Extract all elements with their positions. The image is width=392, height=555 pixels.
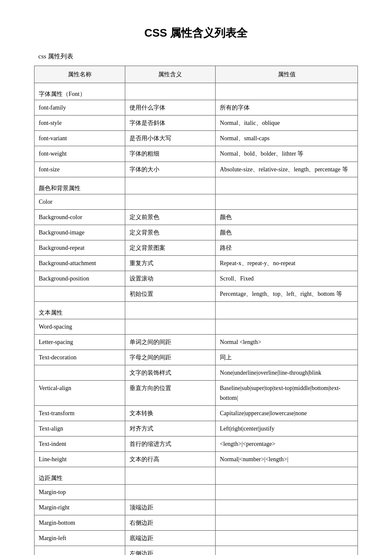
section-header-row: 字体属性（Font） [35, 83, 358, 100]
cell-property-meaning: 字体是否斜体 [125, 116, 216, 131]
cell-property-meaning: 文字的装饰样式 [125, 365, 216, 380]
cell-property-value: Repeat-x、repeat-y、no-repeat [216, 256, 358, 271]
cell-property-meaning: 定义前景色 [125, 209, 216, 225]
cell-property-name: Text-align [35, 421, 125, 436]
cell-property-value [216, 484, 358, 500]
cell-property-value: Baseline|sub|super|top|text-top|middle|b… [216, 380, 358, 405]
cell-property-value: Absolute-size、relative-size、length、perce… [216, 162, 358, 177]
table-row: font-style字体是否斜体Normal、italic、oblique [35, 116, 358, 131]
cell-property-value [216, 500, 358, 515]
header-meaning: 属性含义 [125, 66, 216, 83]
cell-property-name: font-weight [35, 146, 125, 162]
table-row: Margin-right顶端边距 [35, 500, 358, 515]
cell-property-meaning [125, 484, 216, 500]
cell-property-name: Line-height [35, 452, 125, 467]
cell-property-name [35, 546, 125, 555]
table-row: Color [35, 194, 358, 209]
section-label: 颜色和背景属性 [35, 177, 125, 194]
section-label-empty1 [125, 302, 216, 319]
table-row: Background-color定义前景色颜色 [35, 209, 358, 225]
cell-property-meaning: 文本的行高 [125, 452, 216, 467]
table-row: Background-repeat定义背景图案路径 [35, 240, 358, 256]
table-row: font-family使用什么字体所有的字体 [35, 100, 358, 116]
cell-property-value: Left|right|center|justify [216, 421, 358, 436]
table-row: Text-indent首行的缩进方式<length>|<percentage> [35, 436, 358, 452]
cell-property-meaning: 字体的大小 [125, 162, 216, 177]
section-header-row: 颜色和背景属性 [35, 177, 358, 194]
cell-property-value [216, 530, 358, 546]
cell-property-meaning: 使用什么字体 [125, 100, 216, 116]
cell-property-name: Background-position [35, 271, 125, 286]
cell-property-meaning: 字体的粗细 [125, 146, 216, 162]
table-row: Text-align对齐方式Left|right|center|justify [35, 421, 358, 436]
table-row: Word-spacing [35, 319, 358, 334]
cell-property-meaning: 文本转换 [125, 406, 216, 421]
cell-property-name [35, 286, 125, 302]
cell-property-value [216, 515, 358, 530]
cell-property-value [216, 194, 358, 209]
section-header-row: 边距属性 [35, 467, 358, 484]
cell-property-meaning: 顶端边距 [125, 500, 216, 515]
cell-property-name: Text-decoration [35, 350, 125, 365]
cell-property-value: Normal|<number>|<length>| [216, 452, 358, 467]
cell-property-meaning: 对齐方式 [125, 421, 216, 436]
cell-property-meaning [125, 194, 216, 209]
cell-property-name: Text-transform [35, 406, 125, 421]
cell-property-value: Normal <length> [216, 334, 358, 350]
cell-property-value: 所有的字体 [216, 100, 358, 116]
section-label-empty1 [125, 467, 216, 484]
cell-property-value: <length>|<percentage> [216, 436, 358, 452]
cell-property-meaning: 首行的缩进方式 [125, 436, 216, 452]
section-header-row: 文本属性 [35, 302, 358, 319]
section-label: 文本属性 [35, 302, 125, 319]
cell-property-meaning: 字母之间的间距 [125, 350, 216, 365]
section-label-empty1 [125, 83, 216, 100]
section-label-empty2 [216, 83, 358, 100]
cell-property-value: None|underline|overline|line-through|bli… [216, 365, 358, 380]
table-row: 左侧边距 [35, 546, 358, 555]
cell-property-meaning: 底端边距 [125, 530, 216, 546]
cell-property-name: Background-repeat [35, 240, 125, 256]
section-label: 边距属性 [35, 467, 125, 484]
cell-property-meaning: 左侧边距 [125, 546, 216, 555]
cell-property-meaning [125, 319, 216, 334]
table-row: Margin-left底端边距 [35, 530, 358, 546]
cell-property-meaning: 定义背景图案 [125, 240, 216, 256]
table-row: Background-image定义背景色颜色 [35, 225, 358, 240]
section-label-empty1 [125, 177, 216, 194]
table-row: Margin-top [35, 484, 358, 500]
cell-property-value: Scroll、Fixed [216, 271, 358, 286]
cell-property-value: Normal、italic、oblique [216, 116, 358, 131]
table-header-row: 属性名称 属性含义 属性值 [35, 66, 358, 83]
cell-property-name: Margin-top [35, 484, 125, 500]
header-name: 属性名称 [35, 66, 125, 83]
cell-property-name: Text-indent [35, 436, 125, 452]
cell-property-name: Background-attachment [35, 256, 125, 271]
cell-property-name: font-size [35, 162, 125, 177]
section-label-empty2 [216, 467, 358, 484]
cell-property-meaning: 初始位置 [125, 286, 216, 302]
section-label-empty2 [216, 177, 358, 194]
cell-property-value: Percentage、length、top、left、right、bottom … [216, 286, 358, 302]
css-properties-table: 属性名称 属性含义 属性值 字体属性（Font）font-family使用什么字… [34, 66, 358, 555]
cell-property-value: Normal、bold、bolder、lithter 等 [216, 146, 358, 162]
cell-property-meaning: 重复方式 [125, 256, 216, 271]
cell-property-value: 颜色 [216, 209, 358, 225]
table-row: 文字的装饰样式None|underline|overline|line-thro… [35, 365, 358, 380]
table-row: Text-decoration字母之间的间距同上 [35, 350, 358, 365]
cell-property-meaning: 是否用小体大写 [125, 131, 216, 146]
cell-property-value: Normal、small-caps [216, 131, 358, 146]
cell-property-name [35, 365, 125, 380]
cell-property-value [216, 319, 358, 334]
cell-property-value: 同上 [216, 350, 358, 365]
page-title: CSS 属性含义列表全 [34, 26, 358, 40]
cell-property-name: Background-color [35, 209, 125, 225]
cell-property-meaning: 设置滚动 [125, 271, 216, 286]
cell-property-name: Word-spacing [35, 319, 125, 334]
table-row: Vertical-align垂直方向的位置Baseline|sub|super|… [35, 380, 358, 405]
section-label-empty2 [216, 302, 358, 319]
cell-property-meaning: 垂直方向的位置 [125, 380, 216, 405]
cell-property-name: font-style [35, 116, 125, 131]
cell-property-value: Capitalize|uppercase|lowercase|none [216, 406, 358, 421]
header-value: 属性值 [216, 66, 358, 83]
